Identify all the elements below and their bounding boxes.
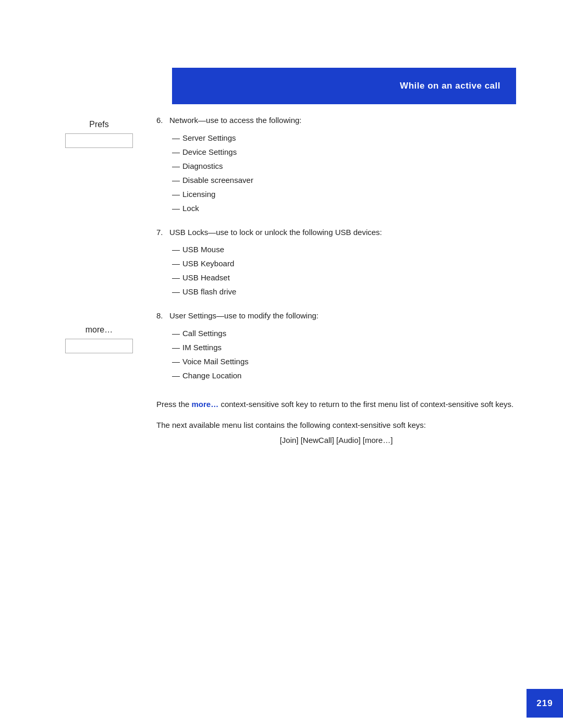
- header-title: While on an active call: [400, 81, 500, 91]
- list-item: USB flash drive: [172, 285, 516, 299]
- section-6: 6. Network—use to access the following: …: [156, 115, 516, 215]
- next-section-text: The next available menu list contains th…: [156, 421, 426, 429]
- page-number: 219: [536, 698, 553, 709]
- list-item: USB Headset: [172, 270, 516, 285]
- left-labels: Prefs more…: [47, 115, 151, 353]
- section-8-heading: User Settings—use to modify the followin…: [169, 311, 319, 320]
- section-8-list: Call Settings IM Settings Voice Mail Set…: [172, 326, 516, 382]
- section-8-number: 8.: [156, 311, 163, 320]
- section-6-title: 6. Network—use to access the following:: [156, 115, 516, 127]
- list-item: IM Settings: [172, 340, 516, 354]
- list-item: Server Settings: [172, 131, 516, 145]
- more-box: [65, 339, 133, 353]
- header-bar: While on an active call: [172, 68, 516, 104]
- section-8: 8. User Settings—use to modify the follo…: [156, 310, 516, 382]
- section-8-title: 8. User Settings—use to modify the follo…: [156, 310, 516, 322]
- prefs-section: Prefs: [47, 120, 151, 148]
- section-7: 7. USB Locks—use to lock or unlock the f…: [156, 227, 516, 299]
- list-item: Change Location: [172, 368, 516, 382]
- join-line: [Join] [NewCall] [Audio] [more…]: [156, 436, 516, 445]
- list-item: Call Settings: [172, 326, 516, 340]
- list-item: Diagnostics: [172, 159, 516, 173]
- section-6-heading: Network—use to access the following:: [169, 116, 301, 125]
- section-7-heading: USB Locks—use to lock or unlock the foll…: [169, 228, 382, 237]
- main-content: Prefs more… 6. Network—use to access the…: [47, 115, 516, 665]
- more-label: more…: [47, 325, 151, 335]
- press-section: Press the more… context-sensitive soft k…: [156, 398, 516, 411]
- list-item: Licensing: [172, 187, 516, 201]
- more-link: more…: [192, 400, 219, 409]
- list-item: USB Mouse: [172, 242, 516, 256]
- join-line-text: [Join] [NewCall] [Audio] [more…]: [280, 436, 393, 445]
- section-6-number: 6.: [156, 116, 163, 125]
- section-7-list: USB Mouse USB Keyboard USB Headset USB f…: [172, 242, 516, 299]
- list-item: USB Keyboard: [172, 256, 516, 270]
- press-text-after: context-sensitive soft key to return to …: [218, 400, 513, 409]
- prefs-box: [65, 133, 133, 148]
- next-section: The next available menu list contains th…: [156, 419, 516, 431]
- press-text-before: Press the: [156, 400, 192, 409]
- list-item: Disable screensaver: [172, 173, 516, 187]
- list-item: Device Settings: [172, 145, 516, 159]
- section-7-title: 7. USB Locks—use to lock or unlock the f…: [156, 227, 516, 239]
- prefs-label: Prefs: [47, 120, 151, 129]
- section-7-number: 7.: [156, 228, 163, 237]
- right-content: 6. Network—use to access the following: …: [156, 115, 516, 445]
- list-item: Lock: [172, 201, 516, 215]
- section-6-list: Server Settings Device Settings Diagnost…: [172, 131, 516, 215]
- list-item: Voice Mail Settings: [172, 354, 516, 368]
- more-section: more…: [47, 325, 151, 353]
- page-number-box: 219: [527, 689, 563, 718]
